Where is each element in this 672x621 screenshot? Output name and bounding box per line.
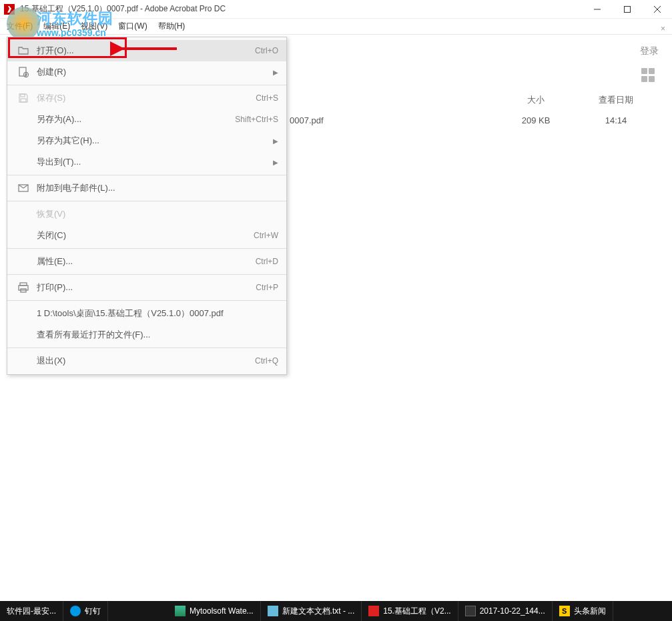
- menu-separator: [7, 85, 286, 85]
- menu-edit[interactable]: 编辑(E): [38, 19, 75, 34]
- minimize-button[interactable]: [582, 0, 612, 18]
- login-link[interactable]: 登录: [640, 45, 659, 57]
- file-dropdown: 打开(O)... Ctrl+O 创建(R) ▶ 保存(S) Ctrl+S 另存为…: [7, 37, 287, 375]
- menu-close-label: 关闭(C): [37, 229, 246, 241]
- taskbar-item-5[interactable]: 15.基础工程（V2...: [362, 601, 458, 621]
- menu-save-label: 保存(S): [37, 92, 248, 104]
- menu-open-shortcut: Ctrl+O: [255, 46, 278, 55]
- menu-exit[interactable]: 退出(X) Ctrl+Q: [7, 350, 286, 372]
- svg-rect-13: [19, 285, 28, 290]
- menu-file[interactable]: 文件(F): [1, 19, 38, 34]
- taskbar-item-6[interactable]: 2017-10-22_144...: [458, 601, 553, 621]
- window-title: 15.基础工程（V25.1.0）0007.pdf - Adobe Acrobat…: [20, 3, 582, 15]
- svg-rect-9: [21, 94, 25, 97]
- menu-saveother[interactable]: 另存为其它(H)... ▶: [7, 130, 286, 151]
- panel-close-icon[interactable]: ×: [661, 24, 665, 33]
- dingtalk-icon: [70, 606, 81, 616]
- taskbar-item-3[interactable]: Mytoolsoft Wate...: [168, 601, 261, 621]
- menu-recent-1[interactable]: 1 D:\tools\桌面\15.基础工程（V25.1.0）0007.pdf: [7, 303, 286, 324]
- menu-create[interactable]: 创建(R) ▶: [7, 61, 286, 83]
- submenu-arrow-icon: ▶: [273, 159, 278, 166]
- taskbar-label: 15.基础工程（V2...: [383, 606, 450, 617]
- menu-close-shortcut: Ctrl+W: [254, 231, 278, 240]
- menu-separator: [7, 348, 286, 348]
- menu-save-shortcut: Ctrl+S: [256, 93, 278, 103]
- file-size-cell: 209 KB: [496, 115, 576, 125]
- menu-print[interactable]: 打印(P)... Ctrl+P: [7, 277, 286, 298]
- taskbar-label: 新建文本文档.txt - ...: [282, 606, 355, 617]
- sogou-icon: S: [559, 606, 570, 616]
- print-icon: [15, 279, 31, 295]
- image-icon: [465, 606, 476, 616]
- pdf-icon: [368, 606, 379, 616]
- menu-export-label: 导出到(T)...: [37, 156, 265, 168]
- create-icon: [15, 64, 31, 80]
- file-name-cell: 0007.pdf: [290, 115, 324, 125]
- svg-rect-2: [624, 6, 630, 12]
- col-date-header: 查看日期: [576, 94, 656, 106]
- menu-exit-label: 退出(X): [37, 355, 247, 367]
- taskbar-label: 2017-10-22_144...: [480, 606, 545, 616]
- file-date-cell: 14:14: [576, 115, 656, 125]
- menu-print-label: 打印(P)...: [37, 281, 248, 293]
- menu-properties[interactable]: 属性(E)... Ctrl+D: [7, 251, 286, 272]
- menu-export[interactable]: 导出到(T)... ▶: [7, 151, 286, 173]
- taskbar-item-1[interactable]: 软件园-最安...: [0, 601, 63, 621]
- menu-viewall[interactable]: 查看所有最近打开的文件(F)...: [7, 324, 286, 346]
- taskbar-label: 软件园-最安...: [7, 606, 56, 617]
- app-icon: [3, 3, 16, 16]
- menu-attach-label: 附加到电子邮件(L)...: [37, 182, 278, 194]
- menu-print-shortcut: Ctrl+P: [256, 283, 278, 292]
- col-size-header: 大小: [496, 94, 576, 106]
- menu-recent-1-label: 1 D:\tools\桌面\15.基础工程（V25.1.0）0007.pdf: [37, 307, 278, 320]
- titlebar: 15.基础工程（V25.1.0）0007.pdf - Adobe Acrobat…: [0, 0, 672, 19]
- taskbar-item-4[interactable]: 新建文本文档.txt - ...: [261, 601, 362, 621]
- open-folder-icon: [15, 43, 31, 59]
- menu-open-label: 打开(O)...: [37, 45, 247, 57]
- menu-separator: [7, 274, 286, 275]
- mail-icon: [15, 180, 31, 196]
- menu-separator: [7, 175, 286, 175]
- menu-revert: 恢复(V): [7, 203, 286, 225]
- menu-saveas-label: 另存为(A)...: [37, 113, 227, 125]
- menu-properties-label: 属性(E)...: [37, 255, 248, 267]
- menubar: 文件(F) 编辑(E) 视图(V) 窗口(W) 帮助(H): [0, 19, 672, 35]
- menu-viewall-label: 查看所有最近打开的文件(F)...: [37, 329, 278, 341]
- taskbar-item-7[interactable]: S 头条新闻: [553, 601, 613, 621]
- notepad-icon: [268, 606, 278, 616]
- save-icon: [15, 90, 31, 106]
- menu-help[interactable]: 帮助(H): [153, 19, 191, 34]
- close-button[interactable]: [642, 0, 672, 18]
- menu-close[interactable]: 关闭(C) Ctrl+W: [7, 225, 286, 246]
- window-controls: [582, 0, 672, 18]
- svg-rect-10: [21, 99, 26, 102]
- menu-revert-label: 恢复(V): [37, 208, 278, 220]
- menu-separator: [7, 300, 286, 301]
- menu-separator: [7, 201, 286, 201]
- menu-save: 保存(S) Ctrl+S: [7, 87, 286, 109]
- grid-view-icon[interactable]: [641, 68, 656, 83]
- menu-create-label: 创建(R): [37, 66, 265, 78]
- menu-saveas[interactable]: 另存为(A)... Shift+Ctrl+S: [7, 109, 286, 130]
- taskbar-label: 头条新闻: [574, 606, 606, 617]
- taskbar-item-2[interactable]: 钉钉: [63, 601, 108, 621]
- menu-saveas-shortcut: Shift+Ctrl+S: [235, 115, 278, 124]
- menu-open[interactable]: 打开(O)... Ctrl+O: [7, 40, 286, 61]
- taskbar: 软件园-最安... 钉钉 Mytoolsoft Wate... 新建文本文档.t…: [0, 601, 672, 621]
- menu-attach[interactable]: 附加到电子邮件(L)...: [7, 177, 286, 199]
- maximize-button[interactable]: [612, 0, 642, 18]
- app-icon: [175, 606, 186, 616]
- menu-exit-shortcut: Ctrl+Q: [255, 356, 278, 366]
- menu-separator: [7, 248, 286, 249]
- menu-view[interactable]: 视图(V): [75, 19, 113, 34]
- submenu-arrow-icon: ▶: [273, 69, 278, 76]
- taskbar-label: 钉钉: [85, 606, 101, 617]
- taskbar-label: Mytoolsoft Wate...: [190, 606, 254, 616]
- menu-window[interactable]: 窗口(W): [113, 19, 152, 34]
- menu-saveother-label: 另存为其它(H)...: [37, 135, 265, 147]
- menu-properties-shortcut: Ctrl+D: [256, 257, 278, 266]
- submenu-arrow-icon: ▶: [273, 137, 278, 145]
